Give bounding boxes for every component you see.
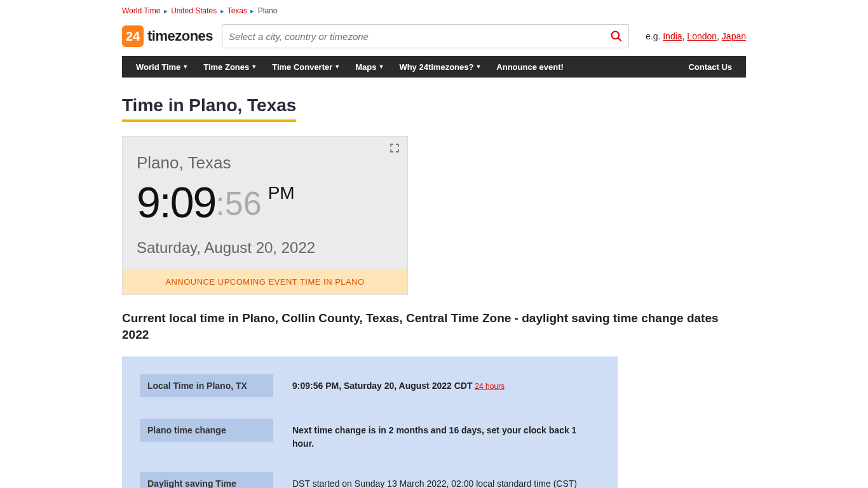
info-value: DST started on Sunday 13 March 2022, 02:… [292, 472, 600, 488]
breadcrumb-link[interactable]: World Time [122, 6, 160, 15]
clock-ampm: PM [268, 180, 295, 203]
info-panel: Local Time in Plano, TX 9:09:56 PM, Satu… [122, 356, 618, 488]
info-row-local-time: Local Time in Plano, TX 9:09:56 PM, Satu… [140, 374, 600, 397]
info-value: Next time change is in 2 months and 16 d… [292, 419, 600, 451]
navbar: World Time ▼ Time Zones ▼ Time Converter… [122, 56, 746, 78]
svg-point-0 [611, 32, 619, 39]
breadcrumb-current: Plano [258, 6, 278, 15]
search-box [222, 24, 629, 48]
info-label: Local Time in Plano, TX [140, 374, 273, 397]
chevron-right-icon: ▸ [164, 7, 168, 15]
clock-hours-minutes: 9:09 [137, 180, 215, 224]
info-label: Plano time change [140, 419, 273, 442]
clock-location: Plano, Texas [137, 153, 393, 173]
search-button[interactable] [604, 25, 628, 48]
nav-time-zones[interactable]: Time Zones ▼ [196, 62, 264, 72]
info-row-dst: Daylight saving Time Change Dates 2022 D… [140, 472, 600, 488]
info-value: 9:09:56 PM, Saturday 20, August 2022 CDT… [292, 374, 600, 393]
breadcrumb-link[interactable]: Texas [227, 6, 247, 15]
chevron-down-icon: ▼ [334, 64, 340, 70]
announce-event-button[interactable]: ANNOUNCE UPCOMING EVENT TIME IN PLANO [123, 269, 407, 294]
logo-badge: 24 [122, 25, 144, 47]
page-title: Time in Plano, Texas [122, 95, 296, 122]
example-link[interactable]: Japan [722, 31, 746, 41]
chevron-down-icon: ▼ [378, 64, 384, 70]
nav-maps[interactable]: Maps ▼ [348, 62, 391, 72]
example-link[interactable]: London [687, 31, 717, 41]
subtitle: Current local time in Plano, Collin Coun… [122, 310, 746, 342]
nav-why[interactable]: Why 24timezones? ▼ [391, 62, 489, 72]
breadcrumb: World Time ▸ United States ▸ Texas ▸ Pla… [122, 0, 746, 19]
nav-time-converter[interactable]: Time Converter ▼ [264, 62, 348, 72]
expand-icon[interactable] [390, 143, 400, 156]
chevron-down-icon: ▼ [182, 64, 188, 70]
clock-date: Saturday, August 20, 2022 [137, 239, 393, 257]
clock-seconds: :56 [215, 180, 261, 220]
breadcrumb-link[interactable]: United States [171, 6, 217, 15]
logo-text: timezones [147, 28, 213, 44]
nav-contact[interactable]: Contact Us [681, 62, 740, 72]
header: 24 timezones e.g. India, London, Japan [122, 19, 746, 56]
svg-line-1 [618, 38, 621, 41]
chevron-right-icon: ▸ [220, 7, 224, 15]
info-label: Daylight saving Time Change Dates 2022 [140, 472, 273, 488]
nav-world-time[interactable]: World Time ▼ [128, 62, 196, 72]
search-input[interactable] [222, 31, 604, 42]
example-link[interactable]: India [663, 31, 682, 41]
example-links: e.g. India, London, Japan [646, 31, 746, 41]
chevron-right-icon: ▸ [250, 7, 254, 15]
search-icon [610, 30, 623, 43]
chevron-down-icon: ▼ [251, 64, 257, 70]
clock-card: Plano, Texas 9:09 :56 PM Saturday, Augus… [122, 136, 408, 295]
nav-announce[interactable]: Announce event! [489, 62, 571, 72]
info-row-time-change: Plano time change Next time change is in… [140, 419, 600, 451]
link-24-hours[interactable]: 24 hours [475, 382, 505, 391]
chevron-down-icon: ▼ [475, 64, 481, 70]
logo[interactable]: 24 timezones [122, 25, 213, 47]
